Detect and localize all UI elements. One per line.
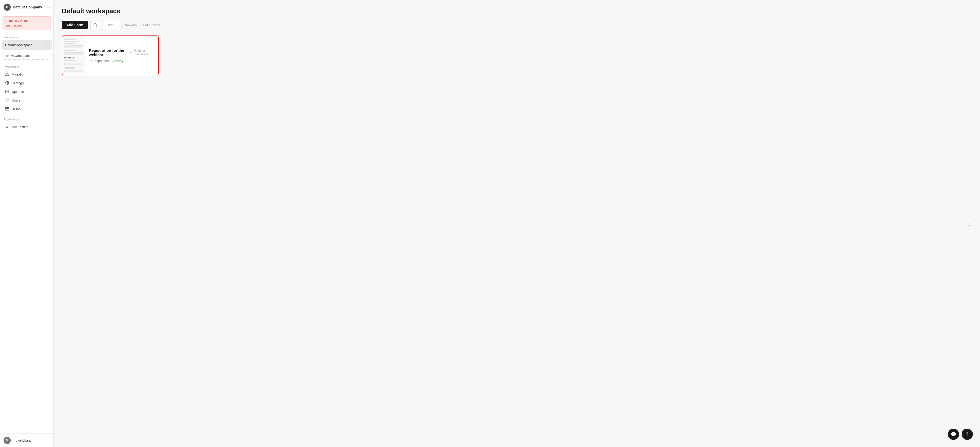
- sidebar-item-migration[interactable]: Migration: [2, 70, 52, 78]
- company-avatar: D: [3, 3, 11, 11]
- migration-icon: [5, 72, 9, 76]
- svg-point-5: [6, 99, 7, 100]
- sidebar: D Default Company ▾ Read only mode. Lear…: [0, 0, 54, 447]
- sidebar-item-billing[interactable]: Billing: [2, 105, 52, 113]
- viewing-count: Viewing 0 - 1 of 1 forms: [125, 23, 160, 27]
- chevron-down-icon: ▾: [48, 6, 50, 9]
- add-form-button[interactable]: Add Form: [62, 21, 88, 29]
- sidebar-item-uploads[interactable]: Uploads: [2, 87, 52, 96]
- toolbar: Add Form Sort Viewing 0 - 1 of 1 forms: [62, 20, 972, 30]
- sort-icon: [114, 23, 118, 27]
- bottom-right-buttons: 💬 ?: [948, 429, 973, 440]
- page-title: Default workspace: [62, 7, 972, 15]
- user-avatar: M: [3, 437, 11, 444]
- svg-marker-0: [5, 73, 9, 76]
- sidebar-item-settings[interactable]: Settings: [2, 79, 52, 87]
- settings-icon: [5, 81, 9, 85]
- user-profile[interactable]: M maverickandrii: [0, 433, 53, 447]
- experiments-label: Experiments: [0, 113, 53, 122]
- help-button[interactable]: ?: [962, 429, 973, 440]
- sidebar-item-ab-testing[interactable]: A/B Testing: [2, 123, 52, 131]
- form-info: Registration for the webinar ● Edited a …: [85, 36, 158, 75]
- company-header[interactable]: D Default Company ▾: [0, 0, 53, 14]
- company-name: Default Company: [13, 5, 46, 9]
- svg-point-1: [6, 82, 8, 83]
- sidebar-item-users[interactable]: Users: [2, 96, 52, 105]
- ab-testing-icon: [5, 125, 9, 129]
- read-only-banner: Read only mode. Learn more.: [3, 16, 51, 30]
- form-responses: 16 responses - 3 today: [89, 59, 155, 63]
- form-title: Registration for the webinar: [89, 48, 128, 57]
- users-icon: [5, 98, 9, 102]
- edited-time: Edited a minute ago: [134, 49, 155, 56]
- workspaces-label: Workspaces: [0, 32, 53, 40]
- sort-button[interactable]: Sort: [103, 20, 121, 30]
- uploads-icon: [5, 90, 9, 94]
- forms-grid: Heading One Registration for the webinar…: [62, 35, 972, 75]
- responses-today: 3 today: [112, 59, 124, 63]
- search-button[interactable]: [91, 20, 100, 30]
- workspace-name: Default workspace: [5, 43, 41, 47]
- svg-rect-6: [5, 108, 9, 111]
- main-content: Default workspace Add Form Sort Viewing …: [54, 0, 980, 447]
- new-workspace-button[interactable]: + New workspace: [2, 52, 52, 60]
- username: maverickandrii: [13, 439, 34, 442]
- chat-icon: 💬: [951, 431, 956, 437]
- dot-separator: ●: [130, 51, 132, 54]
- org-label: Organization: [0, 61, 53, 70]
- learn-more-link[interactable]: Learn more.: [5, 24, 22, 27]
- help-icon: ?: [966, 432, 969, 436]
- sidebar-item-default-workspace[interactable]: Default workspace ⋮: [2, 40, 52, 50]
- form-title-row: Registration for the webinar ● Edited a …: [89, 48, 155, 57]
- search-icon: [93, 23, 97, 27]
- workspace-more-icon[interactable]: ⋮: [43, 42, 49, 48]
- form-card[interactable]: Heading One Registration for the webinar…: [62, 35, 159, 75]
- svg-line-9: [96, 26, 97, 27]
- form-thumbnail: Heading One: [62, 36, 85, 75]
- chat-button[interactable]: 💬: [948, 429, 959, 440]
- billing-icon: [5, 107, 9, 111]
- far-right-more-icon[interactable]: ⋮: [967, 220, 972, 227]
